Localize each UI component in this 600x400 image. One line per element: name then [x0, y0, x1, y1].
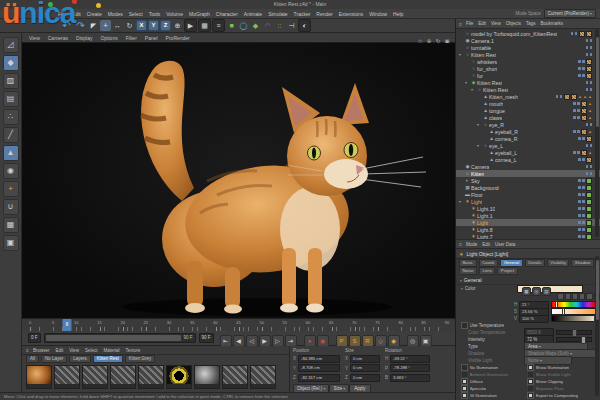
object-row-light[interactable]: ☀Light [456, 219, 600, 226]
object-row-fur[interactable]: ≈fur [456, 72, 600, 79]
viewport-canvas[interactable] [22, 43, 455, 318]
menu-item-character[interactable]: Character [216, 11, 238, 17]
checkbox-show-clipping[interactable] [527, 378, 534, 385]
editor-visibility-dot[interactable] [586, 123, 589, 126]
mode-menu-user-data[interactable]: User Data [495, 242, 515, 247]
model-mode-icon[interactable]: ◆ [3, 55, 19, 71]
menu-item-simulate[interactable]: Simulate [268, 11, 287, 17]
edge-mode-icon[interactable]: ╱ [3, 127, 19, 143]
editor-visibility-dot[interactable] [573, 109, 576, 112]
preset-swatch[interactable] [579, 293, 585, 300]
tab-kitten-rest[interactable]: Kitten Rest [93, 355, 123, 363]
viewport-menu-prorender[interactable]: ProRender [166, 35, 190, 41]
render-visibility-dot[interactable] [582, 74, 585, 77]
tab-coord[interactable]: Coord. [479, 259, 499, 267]
enabled-toggle[interactable] [586, 220, 592, 226]
material-swatch-gray[interactable] [194, 365, 220, 389]
selection-tag-icon[interactable]: ▲ [588, 151, 592, 155]
object-row-cornea-r[interactable]: ▲cornea_R [456, 135, 600, 142]
viewport-menu-options[interactable]: Options [100, 35, 117, 41]
color-spectrum-icon[interactable]: ▤ [542, 287, 551, 296]
position-z-field[interactable]: -82.317 cm [298, 374, 340, 382]
selection-tag-icon[interactable]: ▲ [578, 95, 582, 99]
editor-visibility-dot[interactable] [573, 151, 576, 154]
render-visibility-dot[interactable] [582, 158, 585, 161]
layout-dropdown[interactable]: Current (ProRender) [544, 9, 596, 18]
object-row-light[interactable]: ▾☀Light [456, 198, 600, 205]
render-visibility-dot[interactable] [582, 60, 585, 63]
object-row-mouth[interactable]: ▲mouth▲ [456, 100, 600, 107]
menu-item-tools[interactable]: Tools [149, 11, 161, 17]
texture-tag-icon[interactable] [581, 101, 587, 107]
menu-item-extensions[interactable]: Extensions [339, 11, 363, 17]
menu-item-animate[interactable]: Animate [244, 11, 262, 17]
enabled-toggle[interactable] [586, 227, 592, 233]
use-temperature-checkbox[interactable] [461, 322, 468, 329]
om-menu-objects[interactable]: Objects [506, 21, 521, 26]
make-editable-icon[interactable]: ◿ [3, 37, 19, 53]
axis-x-lock-icon[interactable]: X [136, 20, 147, 31]
editor-visibility-dot[interactable] [556, 95, 559, 98]
add-deformer-icon[interactable]: ◠ [262, 20, 273, 31]
viewport-menu-filter[interactable]: Filter [126, 35, 137, 41]
attributes-scrollbar[interactable] [595, 256, 599, 396]
add-mograph-icon[interactable]: :: [274, 20, 285, 31]
object-row-light-7[interactable]: ☀Light.7 [456, 233, 600, 239]
material-swatch-eye[interactable] [166, 365, 192, 389]
render-visibility-dot[interactable] [590, 53, 593, 56]
render-visibility-dot[interactable] [590, 81, 593, 84]
render-visibility-dot[interactable] [582, 235, 585, 238]
selection-tag-icon[interactable]: ▲ [583, 95, 587, 99]
material-swatch-hatch[interactable] [54, 365, 80, 389]
object-row-model-by-turbosquid-com-kittenrest[interactable]: ○model by Turbosquid.com_KittenRest [456, 30, 600, 37]
render-visibility-dot[interactable] [577, 151, 580, 154]
selection-tag-icon[interactable]: ▲ [588, 116, 592, 120]
render-visibility-dot[interactable] [582, 186, 585, 189]
editor-visibility-dot[interactable] [573, 130, 576, 133]
material-swatch-hatch[interactable] [250, 365, 276, 389]
size-y-field[interactable]: 0 cm [350, 364, 380, 372]
menu-item-select[interactable]: Select [129, 11, 143, 17]
editor-visibility-dot[interactable] [586, 53, 589, 56]
object-row-cornea-l[interactable]: ▲cornea_L [456, 156, 600, 163]
intensity-slider[interactable] [556, 337, 592, 342]
object-row-light-10[interactable]: ☀Light.10 [456, 205, 600, 212]
editor-visibility-dot[interactable] [586, 39, 589, 42]
texture-tag-icon[interactable] [571, 94, 577, 100]
tab-noise[interactable]: Noise [459, 267, 477, 275]
object-row-camera[interactable]: ◉Camera [456, 163, 600, 170]
hue-slider[interactable] [551, 301, 596, 308]
render-visibility-dot[interactable] [590, 144, 593, 147]
material-menu-browser[interactable]: Browser [33, 348, 50, 353]
object-row-eye-l[interactable]: ▾○eye_L [456, 142, 600, 149]
editor-visibility-dot[interactable] [578, 214, 581, 217]
object-row-kitten-rest[interactable]: ▾○Kitten Rest [456, 86, 600, 93]
texture-tag-icon[interactable] [579, 31, 585, 37]
object-row-sky[interactable]: ◐Sky [456, 177, 600, 184]
render-visibility-dot[interactable] [582, 193, 585, 196]
render-visibility-dot[interactable] [590, 172, 593, 175]
editor-visibility-dot[interactable] [586, 88, 589, 91]
undo-icon[interactable]: ↶ [60, 20, 73, 31]
add-spline-icon[interactable]: ◯ [238, 20, 249, 31]
render-visibility-dot[interactable] [575, 32, 578, 35]
om-menu-tags[interactable]: Tags [526, 21, 536, 26]
editor-visibility-dot[interactable] [578, 158, 581, 161]
add-generator-icon[interactable]: ◆ [250, 20, 261, 31]
om-menu-file[interactable]: File [466, 21, 473, 26]
preview-range-slider[interactable]: 90 F [44, 333, 196, 343]
texture-tag-icon[interactable] [586, 59, 592, 65]
texture-tag-icon[interactable] [581, 115, 587, 121]
editor-visibility-dot[interactable] [573, 102, 576, 105]
editor-visibility-dot[interactable] [586, 81, 589, 84]
viewport-menu-cameras[interactable]: Cameras [48, 35, 68, 41]
render-visibility-dot[interactable] [590, 165, 593, 168]
selection-tag-icon[interactable]: ▲ [588, 130, 592, 134]
editor-visibility-dot[interactable] [578, 228, 581, 231]
object-row-kitten-rest[interactable]: ▾◆Kitten Rest [456, 79, 600, 86]
texture-tag-icon[interactable] [581, 108, 587, 114]
editor-visibility-dot[interactable] [573, 116, 576, 119]
render-visibility-dot[interactable] [590, 39, 593, 42]
tab-details[interactable]: Details [525, 259, 545, 267]
render-visibility-dot[interactable] [560, 95, 563, 98]
